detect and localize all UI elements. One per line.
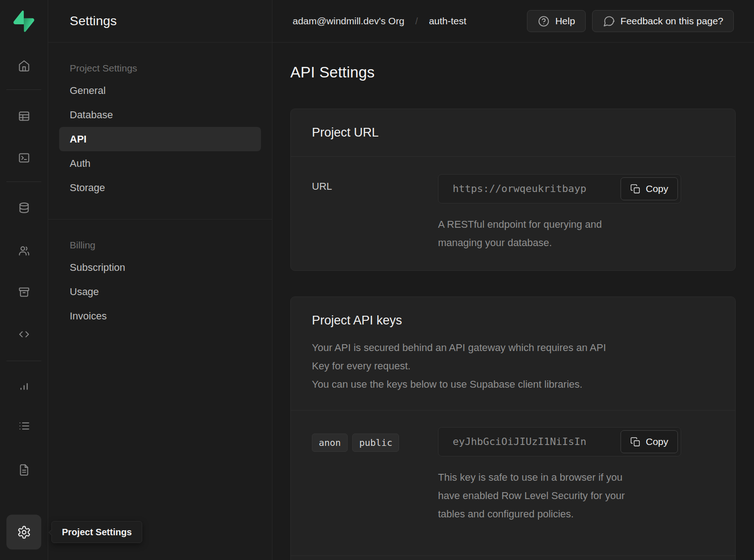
nav-item-auth[interactable]: Auth — [59, 151, 261, 176]
url-description: A RESTful endpoint for querying and mana… — [438, 215, 714, 252]
sidebar-storage-button[interactable] — [12, 281, 36, 303]
sidebar-project-settings-button[interactable] — [6, 515, 41, 549]
topbar-actions: Help Feedback on this page? — [527, 10, 734, 32]
help-button[interactable]: Help — [527, 10, 586, 32]
settings-nav-panel: Settings Project Settings General Databa… — [48, 0, 272, 560]
code-brackets-icon — [18, 328, 30, 340]
settings-panel-title: Settings — [48, 0, 272, 43]
sidebar-home-button[interactable] — [12, 55, 36, 77]
help-circle-icon — [538, 15, 550, 27]
sidebar-database-button[interactable] — [12, 197, 36, 219]
archive-box-icon — [18, 286, 30, 298]
sidebar-reports-button[interactable] — [12, 374, 36, 396]
help-button-label: Help — [555, 16, 575, 27]
nav-section-header-project-settings: Project Settings — [48, 63, 272, 74]
app-window: Project Settings Settings Project Settin… — [0, 0, 754, 560]
sidebar-api-docs-button[interactable] — [12, 459, 36, 481]
copy-anon-key-label: Copy — [646, 436, 668, 447]
nav-item-general[interactable]: General — [59, 78, 261, 103]
project-url-card-title: Project URL — [312, 126, 714, 140]
api-keys-description: Your API is secured behind an API gatewa… — [312, 339, 714, 394]
project-url-card: Project URL URL https://orwqeukritbayp C… — [290, 109, 736, 271]
anon-badge: anon — [312, 434, 348, 452]
url-row: URL https://orwqeukritbayp Copy A RESTfu… — [291, 157, 735, 270]
home-icon — [18, 60, 30, 72]
feedback-button[interactable]: Feedback on this page? — [592, 10, 734, 32]
nav-item-invoices[interactable]: Invoices — [59, 304, 261, 328]
database-icon — [18, 202, 30, 214]
bar-chart-icon — [18, 379, 30, 391]
sidebar-authentication-button[interactable] — [12, 240, 36, 262]
breadcrumb-project[interactable]: auth-test — [429, 16, 466, 27]
url-label: URL — [312, 181, 332, 192]
anon-key-badges: anon public — [312, 434, 438, 452]
nav-divider — [48, 219, 272, 220]
nav-item-storage[interactable]: Storage — [59, 176, 261, 200]
supabase-logo[interactable] — [0, 0, 48, 43]
topbar: adam@windmill.dev's Org / auth-test Help… — [272, 0, 754, 43]
nav-item-subscription[interactable]: Subscription — [59, 255, 261, 280]
project-api-keys-card: Project API keys Your API is secured beh… — [290, 296, 736, 560]
sidebar-edge-functions-button[interactable] — [12, 323, 36, 345]
public-badge: public — [352, 434, 399, 452]
main-area: adam@windmill.dev's Org / auth-test Help… — [272, 0, 754, 560]
next-key-row-stub — [291, 555, 735, 560]
settings-nav-list: Project Settings General Database API Au… — [48, 43, 272, 328]
speech-bubble-icon — [603, 15, 615, 27]
nav-section-header-billing: Billing — [48, 240, 272, 251]
tooltip-label: Project Settings — [62, 527, 132, 538]
list-icon — [18, 420, 30, 432]
anon-key-input[interactable]: eyJhbGciOiJIUzI1NiIsIn Copy — [438, 427, 681, 456]
copy-url-label: Copy — [646, 183, 668, 194]
api-settings-page: API Settings Project URL URL https://orw… — [272, 43, 754, 560]
sidebar-divider — [6, 181, 41, 182]
file-text-icon — [18, 464, 30, 476]
project-url-card-header: Project URL — [291, 109, 735, 157]
api-keys-card-header: Project API keys Your API is secured beh… — [291, 297, 735, 411]
table-grid-icon — [18, 110, 30, 122]
anon-key-row: anon public eyJhbGciOiJIUzI1NiIsIn Copy — [291, 411, 735, 555]
copy-url-button[interactable]: Copy — [621, 177, 678, 200]
anon-key-description: This key is safe to use in a browser if … — [438, 468, 714, 523]
nav-item-database[interactable]: Database — [59, 103, 261, 127]
nav-item-usage[interactable]: Usage — [59, 280, 261, 304]
copy-icon — [630, 184, 641, 194]
sidebar-table-editor-button[interactable] — [12, 105, 36, 127]
gear-icon — [17, 525, 31, 539]
breadcrumb: adam@windmill.dev's Org / auth-test — [293, 16, 466, 27]
supabase-logo-icon — [13, 11, 34, 32]
page-title: API Settings — [290, 64, 737, 81]
breadcrumb-org[interactable]: adam@windmill.dev's Org — [293, 16, 405, 27]
terminal-icon — [18, 152, 30, 164]
sidebar-logs-button[interactable] — [12, 415, 36, 437]
copy-anon-key-button[interactable]: Copy — [621, 430, 678, 453]
project-settings-tooltip: Project Settings — [51, 521, 142, 543]
sidebar-divider — [6, 361, 41, 361]
users-icon — [18, 245, 30, 257]
project-url-input[interactable]: https://orwqeukritbayp Copy — [438, 174, 681, 203]
feedback-button-label: Feedback on this page? — [621, 16, 723, 27]
api-keys-card-title: Project API keys — [312, 313, 714, 328]
breadcrumb-separator: / — [416, 16, 418, 27]
icon-sidebar — [0, 0, 48, 560]
sidebar-sql-editor-button[interactable] — [12, 147, 36, 169]
nav-item-api[interactable]: API — [59, 127, 261, 151]
copy-icon — [630, 437, 641, 447]
sidebar-divider — [6, 89, 41, 90]
